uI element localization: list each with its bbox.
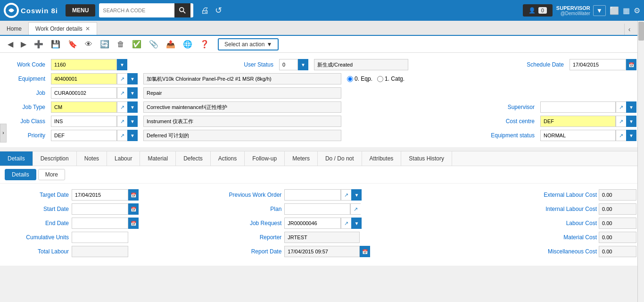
tab-home[interactable]: Home (0, 23, 28, 35)
job-class-link-btn[interactable]: ↗ (117, 116, 127, 127)
save-button[interactable]: 💾 (48, 38, 63, 50)
report-date-calendar[interactable]: 📅 (360, 246, 370, 257)
job-link-btn[interactable]: ↗ (117, 87, 127, 99)
back-button[interactable]: ◀ (5, 38, 16, 50)
prev-work-order-input[interactable] (284, 189, 341, 201)
sub-tab-more[interactable]: More (38, 169, 65, 180)
user-status-input[interactable] (279, 59, 298, 70)
cost-centre-link-btn[interactable]: ↗ (616, 116, 626, 127)
prev-wo-dropdown[interactable]: ▼ (351, 189, 362, 201)
job-dropdown[interactable]: ▼ (127, 87, 138, 99)
job-type-input[interactable] (51, 101, 117, 113)
equipment-status-dropdown[interactable]: ▼ (626, 130, 636, 141)
equipment-code-input[interactable] (51, 73, 117, 84)
equipment-status-input[interactable] (540, 130, 616, 141)
action-dropdown-icon: ▼ (266, 41, 272, 48)
tab-labour[interactable]: Labour (107, 151, 140, 166)
job-class-dropdown[interactable]: ▼ (127, 116, 138, 127)
forward-button[interactable]: ▶ (18, 38, 29, 50)
priority-dropdown[interactable]: ▼ (127, 130, 138, 141)
col3-costs: External Labour Cost Internal Labour Cos… (433, 189, 636, 260)
job-request-input[interactable] (284, 218, 341, 229)
window-icon[interactable]: ⬜ (610, 6, 619, 15)
check-button[interactable]: ✅ (129, 38, 144, 50)
supervisor-link-btn[interactable]: ↗ (616, 101, 626, 113)
settings-icon[interactable]: ⚙ (634, 6, 640, 15)
end-date-input[interactable] (72, 218, 128, 229)
delete-button[interactable]: 🗑 (114, 38, 127, 50)
search-button[interactable] (174, 3, 190, 17)
user-name: SUPERVISOR (556, 5, 590, 11)
target-date-calendar[interactable]: 📅 (128, 189, 139, 201)
tab-material[interactable]: Material (140, 151, 176, 166)
search-input[interactable] (99, 6, 174, 15)
scroll-thumb[interactable] (638, 22, 644, 41)
prev-wo-link-btn[interactable]: ↗ (341, 189, 351, 201)
tab-follow-up[interactable]: Follow-up (245, 151, 285, 166)
job-type-link-btn[interactable]: ↗ (117, 101, 127, 113)
priority-link-btn[interactable]: ↗ (117, 130, 127, 141)
globe-button[interactable]: 🌐 (180, 38, 195, 50)
tab-details[interactable]: Details (0, 151, 33, 166)
schedule-date-input[interactable] (570, 59, 626, 70)
equipment-link-btn[interactable]: ↗ (117, 73, 127, 84)
priority-input[interactable] (51, 130, 117, 141)
supervisor-input[interactable] (540, 101, 616, 113)
add-button[interactable]: ➕ (31, 38, 46, 50)
eqp-radio[interactable]: 0. Eqp. (347, 76, 372, 82)
right-scrollbar[interactable] (637, 21, 644, 266)
tab-do-do-not[interactable]: Do / Do not (318, 151, 362, 166)
job-input[interactable] (51, 87, 117, 99)
user-dropdown-button[interactable]: ▼ (593, 5, 606, 16)
job-type-dropdown[interactable]: ▼ (127, 101, 138, 113)
equipment-dropdown[interactable]: ▼ (127, 73, 138, 84)
user-subtitle: @DemoWater (556, 11, 590, 16)
equipment-status-link-btn[interactable]: ↗ (616, 130, 626, 141)
start-date-input[interactable] (72, 203, 128, 215)
tab-close-button[interactable]: ✕ (85, 25, 90, 32)
help-button[interactable]: ❓ (197, 38, 212, 50)
work-code-dropdown[interactable]: ▼ (117, 59, 127, 70)
attach-button[interactable]: 📎 (146, 38, 161, 50)
schedule-date-calendar[interactable]: 📅 (626, 59, 636, 70)
end-date-calendar[interactable]: 📅 (128, 218, 139, 229)
menu-button[interactable]: MENU (66, 4, 95, 17)
tab-description[interactable]: Description (33, 151, 77, 166)
refresh-icon[interactable]: ↺ (215, 5, 222, 16)
job-request-dropdown[interactable]: ▼ (351, 218, 362, 229)
cost-centre-dropdown[interactable]: ▼ (626, 116, 636, 127)
user-status-dropdown[interactable]: ▼ (298, 59, 308, 70)
supervisor-dropdown[interactable]: ▼ (626, 101, 636, 113)
plan-link-btn[interactable]: ↗ (350, 203, 361, 215)
cumulative-units-input[interactable] (72, 232, 128, 243)
tab-work-order[interactable]: Work Order details ✕ (28, 22, 97, 35)
notification-button[interactable]: 👤 0 (523, 4, 553, 17)
job-class-input[interactable] (51, 116, 117, 127)
tab-notes[interactable]: Notes (77, 151, 107, 166)
job-class-label: Job Class (8, 118, 45, 125)
upload-button[interactable]: 📤 (163, 38, 178, 50)
select-action-button[interactable]: Select an action ▼ (218, 38, 279, 50)
expand-panel-btn[interactable]: › (0, 124, 7, 143)
tab-attributes[interactable]: Attributes (362, 151, 402, 166)
target-date-input[interactable] (72, 189, 128, 201)
sub-tab-details[interactable]: Details (5, 169, 36, 180)
tab-defects[interactable]: Defects (176, 151, 211, 166)
job-desc (143, 87, 341, 99)
work-code-input[interactable] (51, 59, 117, 70)
tab-actions[interactable]: Actions (211, 151, 245, 166)
tab-nav-prev[interactable]: ‹ (625, 24, 635, 35)
cost-centre-input[interactable] (540, 116, 616, 127)
header-icons: 🖨 ↺ (201, 5, 222, 16)
layout-icon[interactable]: ▦ (623, 6, 630, 15)
tab-meters[interactable]: Meters (285, 151, 318, 166)
flag-button[interactable]: 🔖 (65, 38, 80, 50)
start-date-calendar[interactable]: 📅 (128, 203, 139, 215)
tab-status-history[interactable]: Status History (401, 151, 452, 166)
job-request-link-btn[interactable]: ↗ (341, 218, 351, 229)
view-button[interactable]: 👁 (82, 38, 95, 50)
reload-button[interactable]: 🔄 (97, 38, 112, 50)
catg-radio[interactable]: 1. Catg. (377, 76, 405, 82)
plan-input[interactable] (284, 203, 350, 215)
print-icon[interactable]: 🖨 (201, 6, 209, 16)
